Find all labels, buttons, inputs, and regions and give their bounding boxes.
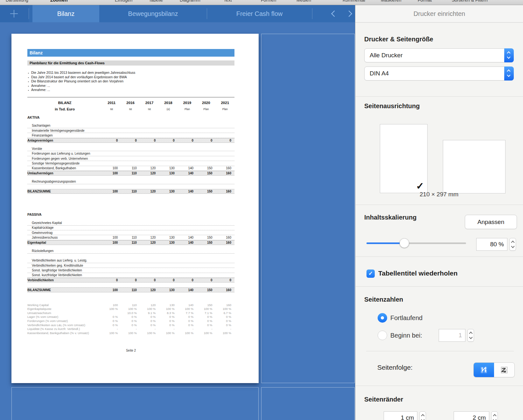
numbers-app-window: DarstellungZoomenEinfügenTabelleDiagramm… [0,0,523,420]
add-sheet-button[interactable] [0,5,29,22]
sheet-canvas[interactable]: Bilanz Planbilanz für die Ermittlung des… [0,22,355,420]
menu-item[interactable]: Einfügen [115,0,132,3]
row-value: 110 [121,236,140,239]
stats-value: 8.3 % [159,311,178,315]
continuous-radio[interactable] [378,313,387,323]
document-page[interactable]: Bilanz Planbilanz für die Ermittlung des… [11,34,259,383]
page-order-segmented-control [473,362,515,377]
row-label: AKTIVA [27,116,102,119]
menu-item[interactable]: Text [224,0,232,3]
page-order-label: Seitenfolge: [377,364,413,371]
table-row: Gewinnvortrag [27,230,234,235]
stats-value: 140 [178,303,197,307]
page-outline [261,387,355,420]
margin-right-stepper[interactable] [491,411,498,420]
margin-left-stepper[interactable] [419,411,426,420]
menu-item[interactable]: Kommentar [343,0,366,3]
row-value: 140 [178,166,197,170]
row-value: 160 [216,172,234,175]
row-value: 150 [197,241,215,244]
scaling-slider[interactable] [366,242,466,244]
menu-item[interactable]: Maskieren [381,0,401,3]
paper-size-select[interactable]: DIN A4 [364,66,514,80]
page-order-horizontal-button[interactable] [494,363,514,377]
menu-item[interactable]: Darstellung [6,0,28,3]
printer-select[interactable]: Alle Drucker [364,48,514,62]
tab-freier-cash-flow[interactable]: Freier Cash flow [207,5,312,22]
table-gap-row [27,245,234,248]
menu-item[interactable]: Formen [261,0,276,3]
year-type-cell: Ist [102,108,121,111]
begin-at-stepper[interactable] [467,329,474,342]
stats-value: 0 % [102,315,121,318]
stats-row: Eigenkapitalquote100 %100 %100 %100 %100… [27,307,234,311]
begin-at-field[interactable]: 1 [439,329,465,342]
repeat-table-titles-checkbox[interactable]: ✓ [366,270,375,278]
table-row: Verbindlichkeiten0000000 [27,278,234,283]
begin-at-radio-label[interactable]: Beginn bei: [390,332,422,339]
continuous-radio-label[interactable]: Fortlaufend [390,314,422,322]
tab-bilanz[interactable]: Bilanz [32,5,99,22]
year-header-cell: 2018 [159,101,178,105]
row-label: Forderungen aus Lieferung u. Leistungen [27,152,102,155]
table-row: Kassenbestand, Bankguthaben1001101201301… [27,166,234,171]
slider-thumb[interactable] [400,238,409,248]
stats-value: 7.7 % [178,311,197,315]
repeat-table-titles-label[interactable]: Tabellentitel wiederholen [378,270,457,277]
stats-value: - [197,327,215,331]
menu-item[interactable]: Tabelle [149,0,163,3]
row-label: Forderungen gegen verb. Unternehmen [27,157,102,160]
prev-sheet-icon[interactable] [331,10,338,17]
stats-value: 0 % [121,319,140,323]
scaling-value-field[interactable]: 80 % [476,238,507,251]
stats-value: 0 % [216,323,234,327]
menu-item[interactable]: Sortieren & Filtern [452,0,488,3]
vertical-order-icon [480,367,487,374]
row-label: BILANZSUMME [27,190,102,193]
menu-item[interactable]: Medien [296,0,311,3]
begin-at-radio[interactable] [378,331,387,340]
row-value: 160 [216,236,234,239]
next-sheet-icon[interactable] [346,10,352,17]
orientation-landscape-option[interactable] [443,140,506,193]
row-label: Rückstellungen [27,249,102,253]
stats-value: 100 % [102,307,121,311]
page-order-vertical-button[interactable] [474,363,494,377]
row-value: 100 [102,166,121,170]
row-value: 0 [102,139,121,142]
menu-item[interactable]: Zoomen [50,0,67,3]
table-row: PASSIVA [27,212,234,217]
margin-left-field[interactable]: 1 cm [384,411,417,420]
row-value: 160 [216,241,234,244]
stats-value: 100 % [178,331,197,335]
table-row: Vorräte [27,146,234,151]
tab-bewegungsbilanz[interactable]: Bewegungsbilanz [99,5,207,22]
row-value: 100 [102,236,121,239]
row-value: 0 [121,139,140,142]
row-value: 150 [197,190,215,193]
page-number-footer: Seite 2 [27,349,234,352]
doc-bullet: Das Jahr 2014 basiert auf den vorläufige… [27,75,234,80]
menu-item[interactable]: Format [418,0,432,3]
fit-button[interactable]: Anpassen [465,215,517,229]
menu-item[interactable]: Diagramm [180,0,200,3]
divider [356,205,523,205]
table-top-rule [27,97,234,97]
stats-value: 0 % [121,315,140,318]
table-row: AKTIVA [27,115,234,120]
stats-label: Forderungen (% vom Umsatz) [27,319,102,323]
table-unit: in Tsd. Euro [27,107,102,111]
scaling-stepper[interactable] [509,238,516,251]
stats-value: 100 % [178,307,197,311]
stats-value: - [178,327,197,331]
margin-right-field[interactable]: 2 cm [454,411,489,420]
table-row: Rechnungsabgrenzungsposten [27,179,234,184]
row-value: 130 [159,236,178,239]
year-type-cell: Ist [121,108,140,111]
stats-value: 0 % [178,315,197,318]
stats-value: 0 % [197,315,215,318]
row-value: 120 [140,166,159,170]
orientation-portrait-option[interactable]: ✓ [380,124,428,193]
row-label: Immaterielle Vermögensgegenstände [27,129,102,132]
table-row: Immaterielle Vermögensgegenstände [27,128,234,133]
